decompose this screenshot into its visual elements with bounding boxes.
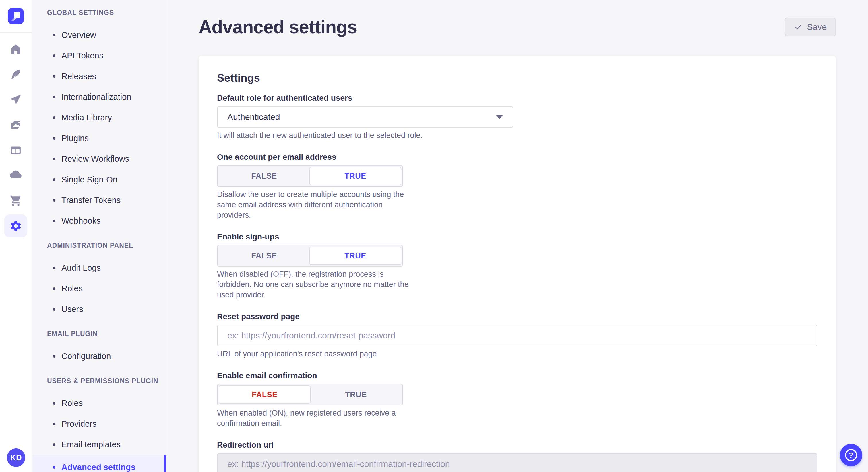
field-hint: It will attach the new authenticated use… [217, 130, 817, 140]
sidebar-item-transfer-tokens[interactable]: Transfer Tokens [33, 190, 166, 210]
bullet-icon [53, 34, 55, 36]
default-role-select[interactable]: Authenticated [217, 106, 513, 128]
media-library-icon[interactable] [0, 112, 32, 138]
sidebar-item-audit-logs[interactable]: Audit Logs [33, 258, 166, 278]
field-label: Reset password page [217, 312, 817, 321]
field-label: Enable email confirmation [217, 372, 817, 380]
bullet-icon [53, 199, 55, 202]
toggle-option-true[interactable]: TRUE [309, 247, 401, 265]
bullet-icon [53, 287, 55, 290]
nav-section-users-permissions-plugin: USERS & PERMISSIONS PLUGIN [47, 377, 166, 385]
bullet-icon [53, 137, 55, 140]
field-hint: URL of your application's reset password… [217, 349, 817, 359]
main-content: Advanced settings Save Settings Default … [166, 0, 868, 472]
bullet-icon [53, 55, 55, 57]
redirection-url-input[interactable] [217, 453, 817, 472]
nav-section-email-plugin: EMAIL PLUGIN [47, 330, 166, 338]
settings-gear-icon[interactable] [0, 213, 32, 239]
settings-card: Settings Default role for authenticated … [198, 56, 836, 472]
field-hint: Disallow the user to create multiple acc… [217, 189, 418, 220]
sidebar-item-single-sign-on[interactable]: Single Sign-On [33, 169, 166, 190]
sidebar-item-review-workflows[interactable]: Review Workflows [33, 148, 166, 169]
app-window: KD GLOBAL SETTINGS Overview API Tokens R… [0, 0, 868, 472]
enable-sign-ups-toggle: FALSE TRUE [217, 245, 403, 267]
toggle-option-false[interactable]: FALSE [219, 167, 309, 185]
settings-nav: GLOBAL SETTINGS Overview API Tokens Rele… [33, 0, 166, 472]
cart-icon[interactable] [0, 188, 32, 213]
sidebar-item-advanced-settings[interactable]: Advanced settings [33, 455, 166, 472]
toggle-option-true[interactable]: TRUE [311, 385, 401, 404]
send-icon[interactable] [0, 87, 32, 112]
field-label: Enable sign-ups [217, 233, 817, 241]
sidebar-item-email-configuration[interactable]: Configuration [33, 346, 166, 367]
check-icon [794, 23, 803, 31]
icon-rail: KD [0, 0, 32, 472]
question-mark-icon: ? [845, 449, 857, 461]
sidebar-item-releases[interactable]: Releases [33, 66, 166, 87]
toggle-option-false[interactable]: FALSE [219, 247, 309, 265]
sidebar-item-admin-roles[interactable]: Roles [33, 278, 166, 299]
one-account-per-email-toggle: FALSE TRUE [217, 165, 403, 187]
bullet-icon [53, 355, 55, 358]
bullet-icon [53, 178, 55, 181]
field-label: Default role for authenticated users [217, 94, 817, 102]
field-hint: When enabled (ON), new registered users … [217, 408, 418, 429]
field-enable-email-confirmation: Enable email confirmation FALSE TRUE Whe… [217, 372, 817, 429]
bullet-icon [53, 220, 55, 222]
field-enable-sign-ups: Enable sign-ups FALSE TRUE When disabled… [217, 233, 817, 300]
sidebar-item-providers[interactable]: Providers [33, 413, 166, 434]
sidebar-item-admin-users[interactable]: Users [33, 299, 166, 319]
strapi-logo[interactable] [0, 0, 32, 33]
card-heading: Settings [217, 72, 817, 84]
toggle-option-false[interactable]: FALSE [219, 385, 311, 404]
field-default-role: Default role for authenticated users Aut… [217, 94, 817, 140]
bullet-icon [53, 158, 55, 160]
nav-section-global-settings: GLOBAL SETTINGS [47, 9, 166, 16]
enable-email-confirmation-toggle: FALSE TRUE [217, 384, 403, 405]
avatar[interactable]: KD [7, 448, 25, 467]
field-hint: When disabled (OFF), the registration pr… [217, 269, 418, 300]
bullet-icon [53, 308, 55, 310]
sidebar-item-email-templates[interactable]: Email templates [33, 434, 166, 455]
field-redirection-url: Redirection url [217, 441, 817, 472]
bullet-icon [53, 75, 55, 78]
field-label: Redirection url [217, 441, 817, 449]
sidebar-item-api-tokens[interactable]: API Tokens [33, 45, 166, 66]
active-icon-highlight [4, 214, 27, 237]
home-icon[interactable] [0, 37, 32, 62]
layout-icon[interactable] [0, 138, 32, 163]
quill-icon[interactable] [0, 62, 32, 87]
bullet-icon [53, 423, 55, 425]
field-label: One account per email address [217, 153, 817, 161]
page-title: Advanced settings [198, 16, 357, 38]
bullet-icon [53, 466, 55, 469]
bullet-icon [53, 267, 55, 269]
bullet-icon [53, 402, 55, 405]
sidebar-item-internationalization[interactable]: Internationalization [33, 87, 166, 107]
field-reset-password-page: Reset password page URL of your applicat… [217, 312, 817, 359]
save-button[interactable]: Save [785, 18, 836, 36]
help-button[interactable]: ? [840, 444, 862, 466]
sidebar-item-up-roles[interactable]: Roles [33, 393, 166, 413]
page-header: Advanced settings Save [198, 0, 836, 43]
reset-password-page-input[interactable] [217, 325, 817, 346]
nav-section-administration-panel: ADMINISTRATION PANEL [47, 241, 166, 249]
sidebar-item-webhooks[interactable]: Webhooks [33, 210, 166, 231]
select-value: Authenticated [227, 112, 280, 122]
sidebar-item-media-library[interactable]: Media Library [33, 107, 166, 128]
chevron-down-icon [496, 115, 503, 119]
sidebar-item-plugins[interactable]: Plugins [33, 128, 166, 148]
toggle-option-true[interactable]: TRUE [309, 167, 401, 185]
bullet-icon [53, 443, 55, 446]
bullet-icon [53, 96, 55, 98]
field-one-account-per-email: One account per email address FALSE TRUE… [217, 153, 817, 220]
sidebar-item-overview[interactable]: Overview [33, 25, 166, 45]
cloud-icon[interactable] [0, 163, 32, 188]
bullet-icon [53, 116, 55, 119]
